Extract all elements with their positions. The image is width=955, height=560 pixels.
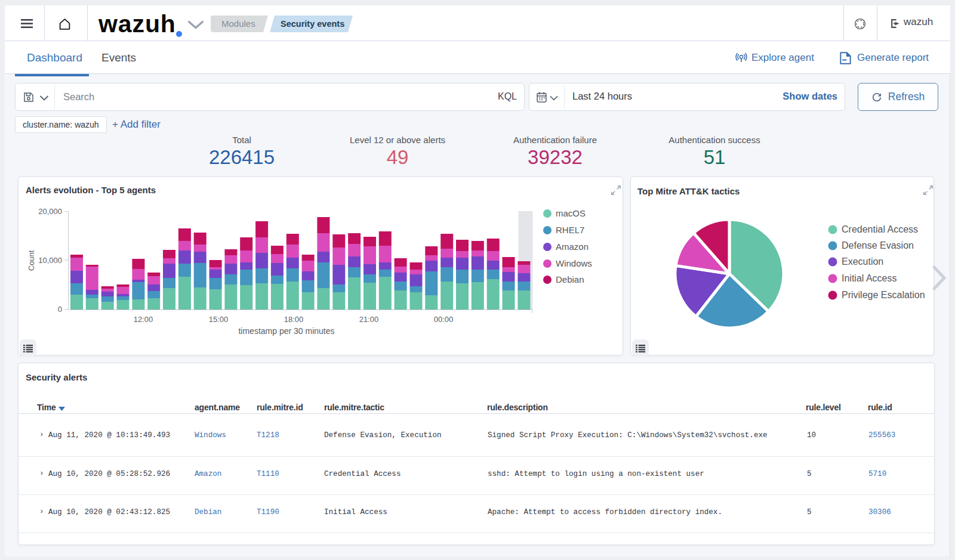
svg-text:Amazon: Amazon (556, 242, 589, 252)
svg-text:21:00: 21:00 (359, 315, 379, 324)
svg-text:12:00: 12:00 (134, 315, 153, 324)
svg-text:20,000: 20,000 (38, 207, 62, 216)
svg-text:Execution: Execution (842, 256, 883, 267)
svg-text:0: 0 (58, 305, 62, 314)
svg-text:18:00: 18:00 (284, 315, 304, 324)
svg-text:Windows: Windows (556, 258, 592, 268)
svg-text:Count: Count (27, 250, 36, 271)
svg-text:Debian: Debian (556, 274, 584, 284)
svg-text:Privilege Escalation: Privilege Escalation (842, 290, 925, 300)
svg-text:Initial Access: Initial Access (842, 273, 897, 283)
svg-text:timestamp per 30 minutes: timestamp per 30 minutes (238, 326, 334, 336)
svg-text:00:00: 00:00 (434, 315, 454, 324)
svg-text:RHEL7: RHEL7 (556, 225, 584, 235)
svg-text:macOS: macOS (556, 208, 586, 218)
svg-text:Defense Evasion: Defense Evasion (842, 240, 914, 250)
svg-text:Credential Access: Credential Access (842, 224, 918, 234)
svg-text:15:00: 15:00 (209, 315, 229, 324)
svg-text:10,000: 10,000 (38, 256, 62, 265)
